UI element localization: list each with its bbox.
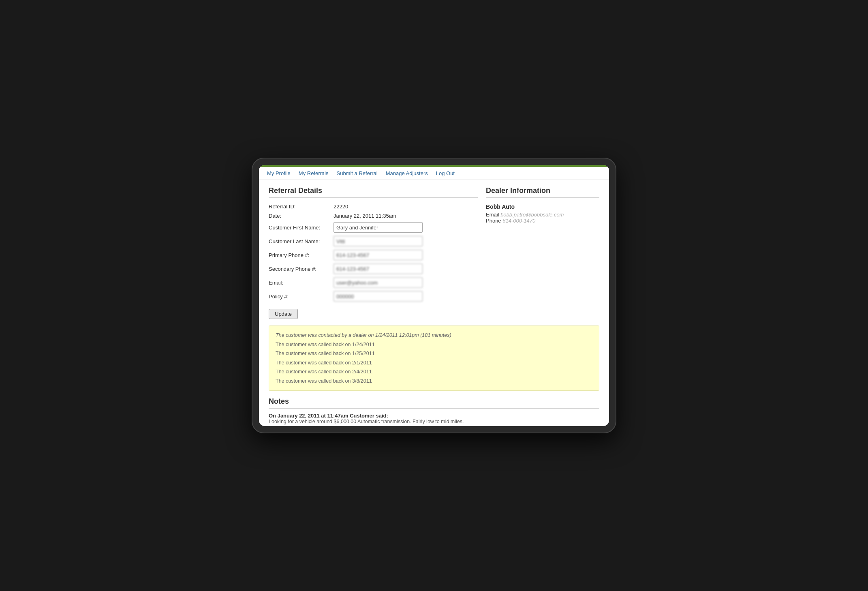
note-body-0: Looking for a vehicle around $6,000.00 A… bbox=[269, 419, 599, 424]
email-input[interactable] bbox=[334, 277, 423, 288]
activity-line-5: The customer was called back on 3/8/2011 bbox=[276, 377, 592, 386]
notes-title: Notes bbox=[269, 397, 599, 409]
referral-id-label: Referral ID: bbox=[269, 203, 334, 210]
first-name-input[interactable] bbox=[334, 222, 423, 233]
secondary-phone-row: Secondary Phone #: bbox=[269, 263, 478, 274]
first-name-row: Customer First Name: bbox=[269, 222, 478, 233]
date-value: January 22, 2011 11:35am bbox=[334, 213, 396, 219]
dealer-email-value: bobb.patro@bobbsale.com bbox=[500, 212, 564, 218]
referral-id-value: 22220 bbox=[334, 203, 348, 210]
policy-input[interactable] bbox=[334, 291, 423, 302]
note-entry-0: On January 22, 2011 at 11:47am Customer … bbox=[269, 413, 599, 424]
policy-row: Policy #: bbox=[269, 291, 478, 302]
update-button[interactable]: Update bbox=[269, 309, 298, 319]
nav-submit-referral[interactable]: Submit a Referral bbox=[336, 170, 377, 176]
dealer-name: Bobb Auto bbox=[486, 203, 599, 210]
date-label: Date: bbox=[269, 213, 334, 219]
activity-line-0: The customer was contacted by a dealer o… bbox=[276, 331, 592, 340]
secondary-phone-label: Secondary Phone #: bbox=[269, 266, 334, 272]
activity-box: The customer was contacted by a dealer o… bbox=[269, 325, 599, 391]
primary-phone-row: Primary Phone #: bbox=[269, 250, 478, 260]
note-header-0: On January 22, 2011 at 11:47am Customer … bbox=[269, 413, 599, 419]
referral-details-title: Referral Details bbox=[269, 186, 478, 198]
dealer-phone-value: 614-000-1470 bbox=[502, 218, 535, 224]
activity-line-3: The customer was called back on 2/1/2011 bbox=[276, 358, 592, 368]
dealer-phone: Phone 614-000-1470 bbox=[486, 218, 599, 224]
email-label: Email: bbox=[269, 280, 334, 286]
right-column: Dealer Information Bobb Auto Email bobb.… bbox=[486, 186, 599, 319]
nav-my-profile[interactable]: My Profile bbox=[267, 170, 291, 176]
dealer-info-title: Dealer Information bbox=[486, 186, 599, 198]
main-content: Referral Details Referral ID: 22220 Date… bbox=[259, 180, 609, 426]
activity-line-4: The customer was called back on 2/4/2011 bbox=[276, 367, 592, 377]
primary-phone-input[interactable] bbox=[334, 250, 423, 260]
email-row: Email: bbox=[269, 277, 478, 288]
tablet-screen: My Profile My Referrals Submit a Referra… bbox=[259, 165, 609, 426]
nav-log-out[interactable]: Log Out bbox=[436, 170, 455, 176]
activity-line-1: The customer was called back on 1/24/201… bbox=[276, 340, 592, 349]
first-name-label: Customer First Name: bbox=[269, 225, 334, 231]
primary-phone-label: Primary Phone #: bbox=[269, 252, 334, 258]
referral-id-row: Referral ID: 22220 bbox=[269, 203, 478, 210]
dealer-phone-label: Phone bbox=[486, 218, 501, 224]
left-column: Referral Details Referral ID: 22220 Date… bbox=[269, 186, 478, 319]
policy-label: Policy #: bbox=[269, 293, 334, 300]
dealer-info-block: Bobb Auto Email bobb.patro@bobbsale.com … bbox=[486, 203, 599, 224]
two-column-layout: Referral Details Referral ID: 22220 Date… bbox=[269, 186, 599, 319]
last-name-input[interactable] bbox=[334, 236, 423, 246]
last-name-row: Customer Last Name: bbox=[269, 236, 478, 246]
secondary-phone-input[interactable] bbox=[334, 263, 423, 274]
dealer-email: Email bobb.patro@bobbsale.com bbox=[486, 212, 599, 218]
last-name-label: Customer Last Name: bbox=[269, 238, 334, 244]
nav-my-referrals[interactable]: My Referrals bbox=[299, 170, 329, 176]
nav-bar: My Profile My Referrals Submit a Referra… bbox=[259, 167, 609, 180]
tablet-frame: My Profile My Referrals Submit a Referra… bbox=[252, 158, 616, 433]
notes-section: Notes On January 22, 2011 at 11:47am Cus… bbox=[269, 397, 599, 424]
activity-line-2: The customer was called back on 1/25/201… bbox=[276, 349, 592, 358]
nav-manage-adjusters[interactable]: Manage Adjusters bbox=[386, 170, 428, 176]
date-row: Date: January 22, 2011 11:35am bbox=[269, 213, 478, 219]
dealer-email-label: Email bbox=[486, 212, 499, 218]
